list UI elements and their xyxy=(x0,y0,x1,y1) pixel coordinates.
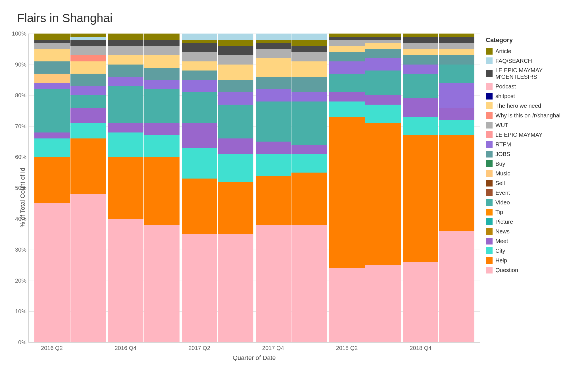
bar-segment xyxy=(34,138,70,157)
bar-segment xyxy=(439,37,474,43)
legend-color-box xyxy=(486,141,493,148)
bar-segment xyxy=(218,46,253,55)
legend-item: Picture xyxy=(486,218,582,225)
legend-label: Tip xyxy=(495,209,503,215)
bar-segment xyxy=(291,101,327,145)
legend-label: Why is this on /r/shanghai xyxy=(495,112,560,119)
legend-color-box xyxy=(486,267,493,273)
bar-segment xyxy=(256,225,291,342)
bar-segment xyxy=(291,225,327,342)
bar-segment xyxy=(108,65,144,77)
x-tick-group: 2016 Q4 xyxy=(108,345,180,351)
chart-area: % of Total Count of Id 100%90%80%70%60%5… xyxy=(17,34,582,362)
bar-segment xyxy=(403,49,439,55)
legend-color-box xyxy=(486,160,493,167)
legend-label: Video xyxy=(495,199,510,206)
bar-segment xyxy=(182,40,217,43)
legend-color-box xyxy=(486,151,493,158)
chart-title: Flairs in Shanghai xyxy=(17,11,582,25)
bar-group xyxy=(256,34,327,342)
legend-item: Tip xyxy=(486,209,582,215)
legend-label: Meet xyxy=(495,238,508,244)
legend-item: RTFM xyxy=(486,141,582,148)
legend-item: News xyxy=(486,228,582,235)
bar-segment xyxy=(365,95,401,105)
y-tick-label: 0% xyxy=(18,339,26,346)
bar-segment xyxy=(34,40,70,43)
legend-color-box xyxy=(486,209,493,215)
legend-item: JOBS xyxy=(486,151,582,158)
bar-segment xyxy=(70,46,106,55)
legend-label: JOBS xyxy=(495,151,510,158)
bar-segment xyxy=(403,65,439,74)
bar-segment xyxy=(256,58,291,77)
x-tick-label: 2017 Q4 xyxy=(255,345,291,351)
bar-segment xyxy=(70,123,106,138)
legend-color-box xyxy=(486,102,493,109)
chart-inner: 100%90%80%70%60%50%40%30%20%10%0% xyxy=(28,34,480,343)
x-tick-label: 2016 Q2 xyxy=(34,345,70,351)
legend-color-box xyxy=(486,199,493,206)
legend-color-box xyxy=(486,238,493,244)
bar-segment xyxy=(329,37,365,40)
x-tick-group: 2017 Q4 xyxy=(255,345,327,351)
bar-segment xyxy=(218,138,253,154)
legend-label: Question xyxy=(495,267,518,273)
legend-color-box xyxy=(486,57,493,64)
x-axis: 2016 Q22016 Q42017 Q22017 Q42018 Q22018 … xyxy=(28,345,480,351)
bar-segment xyxy=(365,34,401,37)
y-tick-label: 90% xyxy=(15,61,26,68)
bar-group xyxy=(34,34,106,342)
chart-container: 100%90%80%70%60%50%40%30%20%10%0% 2016 Q… xyxy=(28,34,480,362)
legend-item: Article xyxy=(486,48,582,55)
bar-segment xyxy=(218,105,253,138)
bar-segment xyxy=(182,43,217,52)
legend-label: Sell xyxy=(495,180,505,186)
bar-segment xyxy=(329,40,365,46)
bar-group xyxy=(108,34,180,342)
bar-segment xyxy=(218,65,253,80)
bar-segment xyxy=(108,157,144,219)
bar-segment xyxy=(70,108,106,123)
chart-and-legend: 100%90%80%70%60%50%40%30%20%10%0% 2016 Q… xyxy=(28,34,582,362)
legend-color-box xyxy=(486,131,493,138)
x-tick-label: 2017 Q2 xyxy=(182,345,217,351)
bar-column xyxy=(218,34,253,342)
bar-segment xyxy=(218,234,253,342)
y-tick-label: 30% xyxy=(15,246,26,253)
bar-segment xyxy=(218,154,253,182)
y-tick-label: 40% xyxy=(15,215,26,222)
bar-segment xyxy=(256,34,291,40)
bar-column xyxy=(70,34,106,342)
bar-segment xyxy=(439,108,474,120)
bar-segment xyxy=(218,182,253,234)
bar-segment xyxy=(108,40,144,46)
x-tick-label: 2018 Q2 xyxy=(329,345,365,351)
legend-color-box xyxy=(486,83,493,90)
x-tick-group: 2016 Q2 xyxy=(34,345,106,351)
legend-label: shitpost xyxy=(495,93,515,100)
bar-segment xyxy=(329,74,365,92)
legend-color-box xyxy=(486,218,493,225)
legend-item: Music xyxy=(486,170,582,177)
legend-label: Podcast xyxy=(495,83,516,90)
bar-segment xyxy=(329,61,365,74)
bar-column xyxy=(34,34,70,342)
legend-item: Help xyxy=(486,257,582,264)
bar-segment xyxy=(70,74,106,86)
x-tick-label xyxy=(144,345,180,351)
legend-title: Category xyxy=(486,36,582,44)
bar-segment xyxy=(182,52,217,61)
bar-segment xyxy=(439,55,474,65)
bar-segment xyxy=(439,135,474,231)
x-axis-label: Quarter of Date xyxy=(28,354,480,362)
bar-segment xyxy=(329,46,365,52)
bar-segment xyxy=(365,71,401,95)
x-tick-label: 2018 Q4 xyxy=(403,345,438,351)
bar-segment xyxy=(144,68,180,80)
bar-segment xyxy=(365,265,401,343)
bar-segment xyxy=(439,43,474,49)
x-tick-group: 2018 Q2 xyxy=(329,345,401,351)
bar-segment xyxy=(291,92,327,101)
bar-segment xyxy=(108,77,144,86)
